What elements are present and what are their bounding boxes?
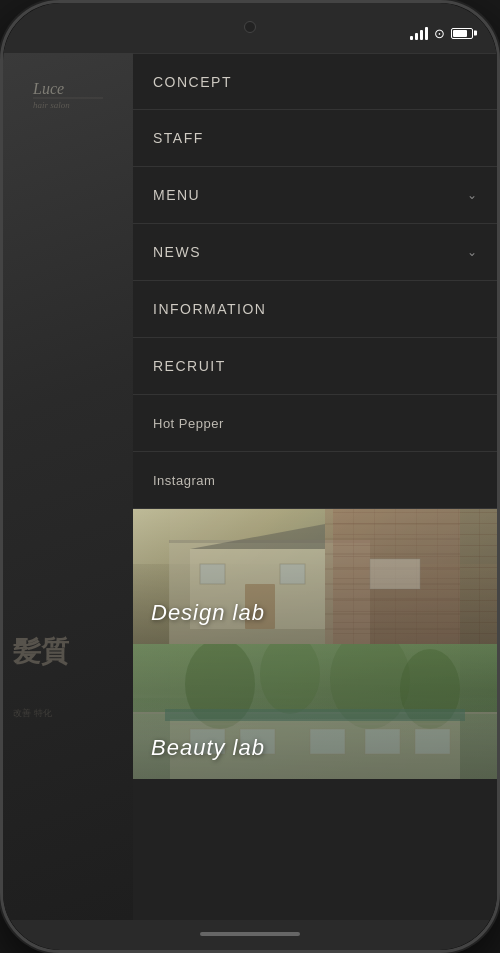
home-indicator[interactable] (200, 932, 300, 936)
svg-text:Luce: Luce (32, 80, 64, 97)
nav-item-recruit[interactable]: RECRUIT (133, 338, 497, 395)
phone-screen: ⊙ Luce hair salon 髪質 (3, 3, 497, 950)
nav-item-concept[interactable]: CONCEPT (133, 53, 497, 110)
nav-item-information[interactable]: INFORMATION (133, 281, 497, 338)
signal-bar-4 (425, 27, 428, 40)
chevron-down-icon-news: ⌄ (467, 245, 477, 259)
signal-bar-2 (415, 33, 418, 40)
nav-item-hot-pepper[interactable]: Hot Pepper (133, 395, 497, 452)
nav-label-concept: CONCEPT (153, 74, 232, 90)
image-cards: Design lab (133, 509, 497, 920)
nav-item-staff[interactable]: STAFF (133, 110, 497, 167)
chevron-down-icon-menu: ⌄ (467, 188, 477, 202)
nav-label-menu: MENU (153, 187, 200, 203)
beauty-lab-label: Beauty lab (151, 735, 265, 761)
camera-notch (244, 21, 256, 33)
signal-bar-1 (410, 36, 413, 40)
battery-icon (451, 28, 473, 39)
wifi-icon: ⊙ (434, 26, 445, 41)
design-lab-label: Design lab (151, 600, 265, 626)
signal-bars-icon (410, 26, 428, 40)
nav-label-news: NEWS (153, 244, 201, 260)
background-panel: Luce hair salon 髪質 改善 特化 (3, 53, 133, 920)
nav-label-recruit: RECRUIT (153, 358, 226, 374)
battery-fill (453, 30, 467, 37)
nav-label-hot-pepper: Hot Pepper (153, 416, 224, 431)
nav-label-instagram: Instagram (153, 473, 215, 488)
signal-bar-3 (420, 30, 423, 40)
logo: Luce hair salon (13, 73, 123, 113)
nav-item-menu[interactable]: MENU ⌄ (133, 167, 497, 224)
svg-text:hair salon: hair salon (33, 100, 70, 110)
screen-content: Luce hair salon 髪質 改善 特化 CONCEPT STAFF (3, 53, 497, 920)
logo-svg: Luce hair salon (28, 76, 108, 111)
status-icons: ⊙ (410, 26, 473, 41)
nav-drawer: CONCEPT STAFF MENU ⌄ NEWS ⌄ INFORMATION (133, 53, 497, 920)
beauty-lab-card[interactable]: Beauty lab (133, 644, 497, 779)
nav-label-staff: STAFF (153, 130, 204, 146)
nav-item-news[interactable]: NEWS ⌄ (133, 224, 497, 281)
nav-label-information: INFORMATION (153, 301, 266, 317)
bg-japanese-text: 髪質 (13, 634, 69, 670)
nav-item-instagram[interactable]: Instagram (133, 452, 497, 509)
phone-frame: ⊙ Luce hair salon 髪質 (0, 0, 500, 953)
design-lab-card[interactable]: Design lab (133, 509, 497, 644)
bg-subtext: 改善 特化 (13, 707, 52, 721)
